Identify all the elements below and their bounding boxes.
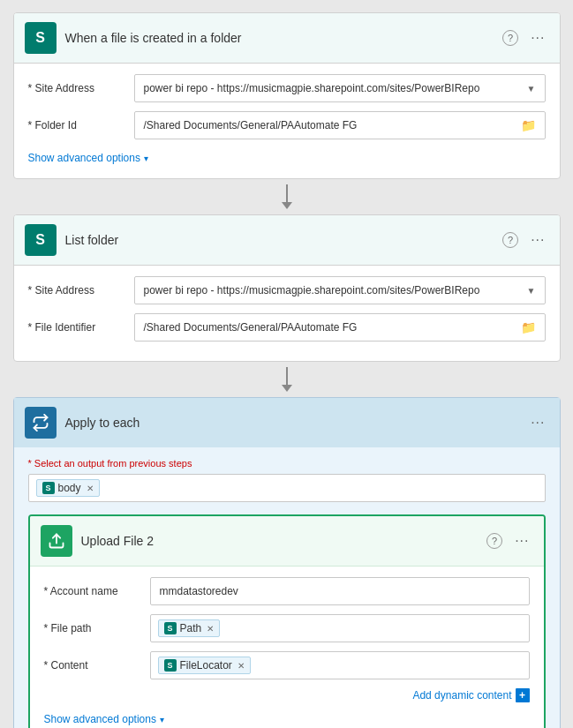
flow-container: S When a file is created in a folder ? *… [12,12,561,728]
folder-id-value[interactable]: /Shared Documents/General/PAAutomate FG … [134,111,546,139]
apply-more-btn[interactable] [527,413,548,432]
content-row: * Content S FileLocator ✕ [44,651,530,679]
trigger-dots-icon [531,30,545,46]
file-locator-tag-icon: S [164,659,177,672]
trigger-more-btn[interactable] [527,28,548,48]
site-address-dropdown-icon: ▼ [527,84,536,94]
list-folder-header: S List folder ? [14,215,560,266]
upload-file-title: Upload File 2 [81,534,479,548]
path-tag: S Path ✕ [158,619,221,637]
trigger-show-advanced[interactable]: Show advanced options ▾ [28,148,546,168]
apply-icon [25,407,57,439]
lf-site-address-label: * Site Address [28,284,125,296]
lf-folder-icon: 📁 [521,320,536,334]
output-field[interactable]: S body ✕ [28,474,546,502]
trigger-card: S When a file is created in a folder ? *… [13,12,561,179]
apply-body: * Select an output from previous steps S… [14,447,560,728]
add-dynamic-link[interactable]: Add dynamic content [412,689,511,702]
account-name-row: * Account name mmdatastoredev [44,577,530,605]
apply-title: Apply to each [65,416,519,430]
arrow-2 [282,362,292,397]
upload-file-help-icon[interactable]: ? [486,533,502,549]
account-name-label: * Account name [44,585,141,597]
list-folder-help-icon[interactable]: ? [502,232,518,248]
path-tag-close[interactable]: ✕ [207,624,214,634]
lf-site-address-row: * Site Address power bi repo - https://m… [28,276,546,304]
select-output-label: * Select an output from previous steps [28,458,546,469]
file-locator-tag: S FileLocator ✕ [158,657,251,674]
trigger-help-icon[interactable]: ? [502,30,518,46]
file-locator-tag-close[interactable]: ✕ [237,661,245,671]
body-tag-icon: S [42,482,55,494]
upload-file-actions: ? [486,531,532,551]
body-tag: S body ✕ [36,479,100,497]
apply-dots-icon [531,415,545,431]
arrow-head-1 [282,202,292,209]
trigger-actions: ? [502,28,548,48]
list-folder-card: S List folder ? * Site Address power bi … [13,214,561,362]
lf-file-identifier-label: * File Identifier [28,321,125,334]
apply-header: Apply to each [14,398,560,447]
account-name-value[interactable]: mmdatastoredev [150,577,530,605]
trigger-card-body: * Site Address power bi repo - https://m… [14,64,560,178]
arrow-head-2 [282,385,292,392]
list-folder-title: List folder [65,233,494,247]
trigger-icon: S [25,22,57,54]
upload-dots-icon [515,533,529,549]
arrow-line-1 [286,184,288,202]
site-address-row: * Site Address power bi repo - https://m… [28,74,546,102]
add-dynamic-btn[interactable]: + [516,688,530,702]
apply-actions [527,413,548,432]
list-folder-more-btn[interactable] [527,230,548,250]
trigger-title: When a file is created in a folder [65,31,494,45]
upload-file-card: Upload File 2 ? * Account name mmdatasto… [28,514,546,728]
site-address-label: * Site Address [28,82,125,94]
show-advanced-chevron-icon: ▾ [144,154,148,163]
content-value[interactable]: S FileLocator ✕ [150,651,530,679]
content-label: * Content [44,659,141,672]
list-folder-icon: S [25,224,57,256]
lf-file-identifier-value[interactable]: /Shared Documents/General/PAAutomate FG … [134,313,546,341]
file-path-value[interactable]: S Path ✕ [150,614,530,642]
list-folder-dots-icon [531,232,545,248]
trigger-card-header: S When a file is created in a folder ? [14,13,560,64]
add-dynamic-row: Add dynamic content + [44,688,530,702]
folder-icon: 📁 [521,118,536,132]
lf-file-identifier-row: * File Identifier /Shared Documents/Gene… [28,313,546,341]
lf-site-dropdown-icon: ▼ [527,286,536,296]
upload-file-more-btn[interactable] [511,531,532,551]
path-tag-icon: S [164,622,177,634]
upload-advanced-chevron-icon: ▾ [160,715,164,724]
upload-show-advanced[interactable]: Show advanced options ▾ [44,709,530,728]
site-address-value[interactable]: power bi repo - https://musicmagpie.shar… [134,74,546,102]
upload-file-icon [41,525,72,557]
upload-file-body: * Account name mmdatastoredev * File pat… [30,567,544,728]
arrow-1 [282,179,292,214]
folder-id-row: * Folder Id /Shared Documents/General/PA… [28,111,546,139]
folder-id-label: * Folder Id [28,119,125,131]
list-folder-body: * Site Address power bi repo - https://m… [14,266,560,361]
apply-each-card: Apply to each * Select an output from pr… [13,397,561,728]
file-path-row: * File path S Path ✕ [44,614,530,642]
body-tag-close[interactable]: ✕ [87,484,94,493]
file-path-label: * File path [44,622,141,634]
list-folder-actions: ? [502,230,548,250]
lf-site-address-value[interactable]: power bi repo - https://musicmagpie.shar… [134,276,546,304]
arrow-line-2 [286,367,288,385]
upload-file-header: Upload File 2 ? [30,516,544,567]
